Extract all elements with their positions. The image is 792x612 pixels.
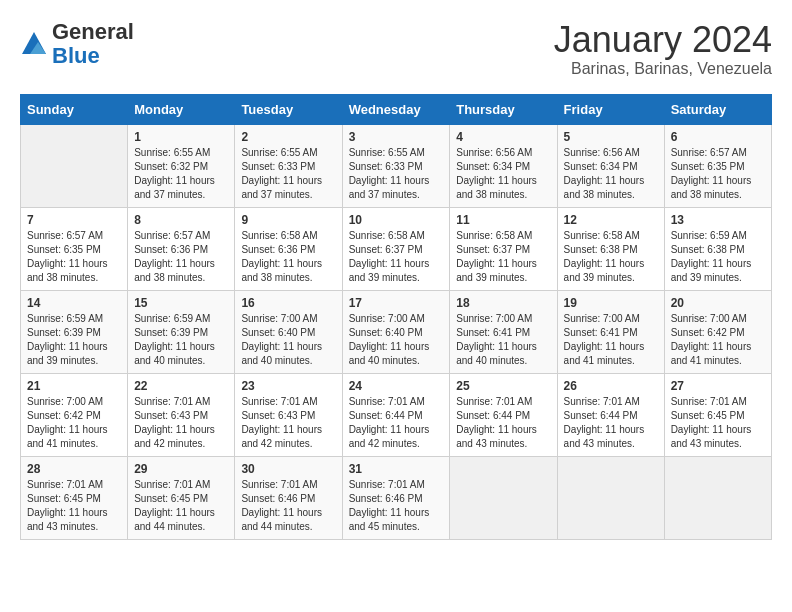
calendar-cell: 18Sunrise: 7:00 AMSunset: 6:41 PMDayligh… xyxy=(450,290,557,373)
day-number: 29 xyxy=(134,462,228,476)
column-header-sunday: Sunday xyxy=(21,94,128,124)
day-number: 5 xyxy=(564,130,658,144)
day-number: 17 xyxy=(349,296,444,310)
cell-details: Sunrise: 7:00 AMSunset: 6:41 PMDaylight:… xyxy=(456,312,550,368)
column-header-monday: Monday xyxy=(128,94,235,124)
column-header-saturday: Saturday xyxy=(664,94,771,124)
cell-details: Sunrise: 6:55 AMSunset: 6:33 PMDaylight:… xyxy=(241,146,335,202)
day-number: 25 xyxy=(456,379,550,393)
calendar-cell: 10Sunrise: 6:58 AMSunset: 6:37 PMDayligh… xyxy=(342,207,450,290)
month-title: January 2024 xyxy=(554,20,772,60)
day-number: 10 xyxy=(349,213,444,227)
title-block: January 2024 Barinas, Barinas, Venezuela xyxy=(554,20,772,78)
cell-details: Sunrise: 6:55 AMSunset: 6:32 PMDaylight:… xyxy=(134,146,228,202)
week-row-3: 14Sunrise: 6:59 AMSunset: 6:39 PMDayligh… xyxy=(21,290,772,373)
logo-general: General xyxy=(52,19,134,44)
column-header-wednesday: Wednesday xyxy=(342,94,450,124)
calendar-cell: 27Sunrise: 7:01 AMSunset: 6:45 PMDayligh… xyxy=(664,373,771,456)
day-number: 21 xyxy=(27,379,121,393)
calendar-cell xyxy=(21,124,128,207)
cell-details: Sunrise: 7:00 AMSunset: 6:42 PMDaylight:… xyxy=(27,395,121,451)
cell-details: Sunrise: 6:58 AMSunset: 6:37 PMDaylight:… xyxy=(349,229,444,285)
day-number: 16 xyxy=(241,296,335,310)
calendar-cell: 16Sunrise: 7:00 AMSunset: 6:40 PMDayligh… xyxy=(235,290,342,373)
cell-details: Sunrise: 7:00 AMSunset: 6:42 PMDaylight:… xyxy=(671,312,765,368)
cell-details: Sunrise: 7:01 AMSunset: 6:45 PMDaylight:… xyxy=(134,478,228,534)
calendar-cell: 8Sunrise: 6:57 AMSunset: 6:36 PMDaylight… xyxy=(128,207,235,290)
cell-details: Sunrise: 7:00 AMSunset: 6:41 PMDaylight:… xyxy=(564,312,658,368)
cell-details: Sunrise: 7:00 AMSunset: 6:40 PMDaylight:… xyxy=(241,312,335,368)
cell-details: Sunrise: 7:01 AMSunset: 6:44 PMDaylight:… xyxy=(349,395,444,451)
calendar-cell: 12Sunrise: 6:58 AMSunset: 6:38 PMDayligh… xyxy=(557,207,664,290)
cell-details: Sunrise: 7:01 AMSunset: 6:46 PMDaylight:… xyxy=(349,478,444,534)
calendar-cell xyxy=(664,456,771,539)
page-header: General Blue January 2024 Barinas, Barin… xyxy=(20,20,772,78)
calendar-cell: 31Sunrise: 7:01 AMSunset: 6:46 PMDayligh… xyxy=(342,456,450,539)
calendar-cell: 3Sunrise: 6:55 AMSunset: 6:33 PMDaylight… xyxy=(342,124,450,207)
calendar-cell: 2Sunrise: 6:55 AMSunset: 6:33 PMDaylight… xyxy=(235,124,342,207)
day-number: 28 xyxy=(27,462,121,476)
calendar-cell: 22Sunrise: 7:01 AMSunset: 6:43 PMDayligh… xyxy=(128,373,235,456)
calendar-cell: 21Sunrise: 7:00 AMSunset: 6:42 PMDayligh… xyxy=(21,373,128,456)
calendar-cell: 13Sunrise: 6:59 AMSunset: 6:38 PMDayligh… xyxy=(664,207,771,290)
cell-details: Sunrise: 7:01 AMSunset: 6:44 PMDaylight:… xyxy=(456,395,550,451)
cell-details: Sunrise: 6:58 AMSunset: 6:37 PMDaylight:… xyxy=(456,229,550,285)
calendar-cell xyxy=(557,456,664,539)
day-number: 26 xyxy=(564,379,658,393)
calendar-cell: 25Sunrise: 7:01 AMSunset: 6:44 PMDayligh… xyxy=(450,373,557,456)
cell-details: Sunrise: 6:57 AMSunset: 6:35 PMDaylight:… xyxy=(671,146,765,202)
calendar-cell: 17Sunrise: 7:00 AMSunset: 6:40 PMDayligh… xyxy=(342,290,450,373)
day-number: 24 xyxy=(349,379,444,393)
day-number: 6 xyxy=(671,130,765,144)
cell-details: Sunrise: 6:56 AMSunset: 6:34 PMDaylight:… xyxy=(456,146,550,202)
column-header-friday: Friday xyxy=(557,94,664,124)
cell-details: Sunrise: 6:59 AMSunset: 6:39 PMDaylight:… xyxy=(27,312,121,368)
day-number: 30 xyxy=(241,462,335,476)
cell-details: Sunrise: 6:57 AMSunset: 6:36 PMDaylight:… xyxy=(134,229,228,285)
day-number: 23 xyxy=(241,379,335,393)
week-row-2: 7Sunrise: 6:57 AMSunset: 6:35 PMDaylight… xyxy=(21,207,772,290)
calendar-cell: 5Sunrise: 6:56 AMSunset: 6:34 PMDaylight… xyxy=(557,124,664,207)
cell-details: Sunrise: 7:01 AMSunset: 6:43 PMDaylight:… xyxy=(241,395,335,451)
cell-details: Sunrise: 7:01 AMSunset: 6:43 PMDaylight:… xyxy=(134,395,228,451)
cell-details: Sunrise: 6:59 AMSunset: 6:38 PMDaylight:… xyxy=(671,229,765,285)
calendar-cell: 26Sunrise: 7:01 AMSunset: 6:44 PMDayligh… xyxy=(557,373,664,456)
week-row-1: 1Sunrise: 6:55 AMSunset: 6:32 PMDaylight… xyxy=(21,124,772,207)
day-number: 11 xyxy=(456,213,550,227)
cell-details: Sunrise: 7:00 AMSunset: 6:40 PMDaylight:… xyxy=(349,312,444,368)
cell-details: Sunrise: 7:01 AMSunset: 6:45 PMDaylight:… xyxy=(671,395,765,451)
logo-icon xyxy=(20,30,48,58)
calendar-cell: 11Sunrise: 6:58 AMSunset: 6:37 PMDayligh… xyxy=(450,207,557,290)
calendar-cell: 1Sunrise: 6:55 AMSunset: 6:32 PMDaylight… xyxy=(128,124,235,207)
day-number: 13 xyxy=(671,213,765,227)
day-number: 19 xyxy=(564,296,658,310)
calendar-cell xyxy=(450,456,557,539)
logo-text: General Blue xyxy=(52,20,134,68)
calendar-table: SundayMondayTuesdayWednesdayThursdayFrid… xyxy=(20,94,772,540)
day-number: 9 xyxy=(241,213,335,227)
day-number: 15 xyxy=(134,296,228,310)
calendar-cell: 29Sunrise: 7:01 AMSunset: 6:45 PMDayligh… xyxy=(128,456,235,539)
day-number: 2 xyxy=(241,130,335,144)
calendar-cell: 30Sunrise: 7:01 AMSunset: 6:46 PMDayligh… xyxy=(235,456,342,539)
cell-details: Sunrise: 7:01 AMSunset: 6:46 PMDaylight:… xyxy=(241,478,335,534)
cell-details: Sunrise: 6:55 AMSunset: 6:33 PMDaylight:… xyxy=(349,146,444,202)
calendar-cell: 9Sunrise: 6:58 AMSunset: 6:36 PMDaylight… xyxy=(235,207,342,290)
logo: General Blue xyxy=(20,20,134,68)
column-header-tuesday: Tuesday xyxy=(235,94,342,124)
day-number: 22 xyxy=(134,379,228,393)
day-number: 3 xyxy=(349,130,444,144)
calendar-cell: 24Sunrise: 7:01 AMSunset: 6:44 PMDayligh… xyxy=(342,373,450,456)
day-number: 7 xyxy=(27,213,121,227)
cell-details: Sunrise: 6:57 AMSunset: 6:35 PMDaylight:… xyxy=(27,229,121,285)
calendar-cell: 7Sunrise: 6:57 AMSunset: 6:35 PMDaylight… xyxy=(21,207,128,290)
calendar-cell: 14Sunrise: 6:59 AMSunset: 6:39 PMDayligh… xyxy=(21,290,128,373)
logo-blue: Blue xyxy=(52,43,100,68)
week-row-5: 28Sunrise: 7:01 AMSunset: 6:45 PMDayligh… xyxy=(21,456,772,539)
cell-details: Sunrise: 6:59 AMSunset: 6:39 PMDaylight:… xyxy=(134,312,228,368)
cell-details: Sunrise: 6:58 AMSunset: 6:36 PMDaylight:… xyxy=(241,229,335,285)
calendar-cell: 15Sunrise: 6:59 AMSunset: 6:39 PMDayligh… xyxy=(128,290,235,373)
calendar-header-row: SundayMondayTuesdayWednesdayThursdayFrid… xyxy=(21,94,772,124)
day-number: 14 xyxy=(27,296,121,310)
day-number: 12 xyxy=(564,213,658,227)
